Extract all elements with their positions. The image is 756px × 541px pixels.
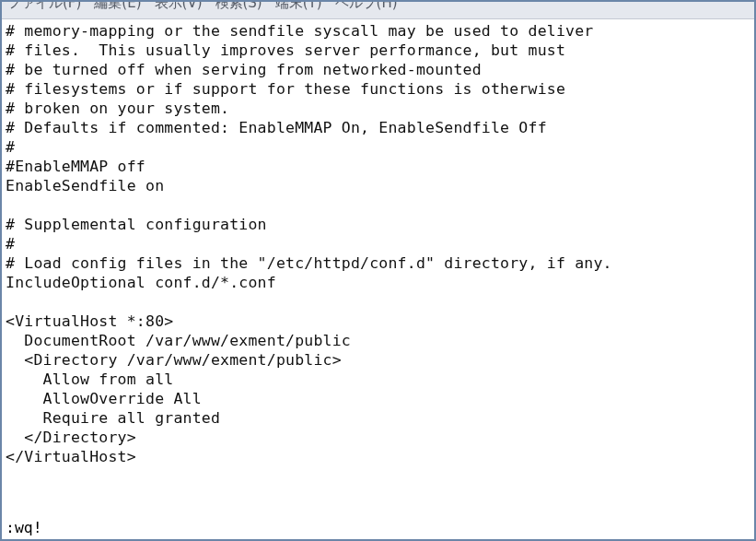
editor-line: [6, 466, 750, 486]
vim-command-line[interactable]: :wq!: [2, 518, 754, 539]
editor-line: # broken on your system.: [6, 99, 750, 118]
editor-line: DocumentRoot /var/www/exment/public: [6, 331, 750, 350]
menu-search[interactable]: 検索(S): [215, 2, 262, 10]
editor-line: # memory-mapping or the sendfile syscall…: [6, 21, 750, 41]
editor-line: # Load config files in the "/etc/httpd/c…: [6, 253, 750, 273]
menu-view[interactable]: 表示(V): [155, 2, 203, 10]
editor-line: AllowOverride All: [6, 389, 750, 408]
editor-line: #: [6, 137, 750, 157]
editor-line: </VirtualHost>: [6, 447, 750, 466]
menu-file[interactable]: ファイル(F): [7, 2, 81, 10]
editor-line: <VirtualHost *:80>: [6, 312, 750, 331]
editor-line: # Supplemental configuration: [6, 215, 750, 234]
editor-line: [6, 195, 750, 215]
menu-help[interactable]: ヘルプ(H): [335, 2, 398, 10]
editor-line: #EnableMMAP off: [6, 157, 750, 176]
editor-line: [6, 292, 750, 312]
editor-line: Require all granted: [6, 408, 750, 428]
editor-line: </Directory>: [6, 428, 750, 447]
editor-line: Allow from all: [6, 370, 750, 389]
editor-line: #: [6, 234, 750, 253]
menubar: ファイル(F) 編集(E) 表示(V) 検索(S) 端末(T) ヘルプ(H): [2, 2, 754, 19]
editor-line: # be turned off when serving from networ…: [6, 60, 750, 79]
editor-line: <Directory /var/www/exment/public>: [6, 350, 750, 370]
editor-line: IncludeOptional conf.d/*.conf: [6, 273, 750, 292]
menu-terminal[interactable]: 端末(T): [275, 2, 322, 10]
editor-area[interactable]: # memory-mapping or the sendfile syscall…: [2, 19, 754, 518]
editor-line: # Defaults if commented: EnableMMAP On, …: [6, 118, 750, 137]
editor-line: # filesystems or if support for these fu…: [6, 79, 750, 99]
editor-line: [6, 486, 750, 505]
terminal-window: ファイル(F) 編集(E) 表示(V) 検索(S) 端末(T) ヘルプ(H) #…: [0, 0, 756, 541]
editor-line: # files. This usually improves server pe…: [6, 41, 750, 60]
menu-edit[interactable]: 編集(E): [94, 2, 141, 10]
editor-line: EnableSendfile on: [6, 176, 750, 195]
